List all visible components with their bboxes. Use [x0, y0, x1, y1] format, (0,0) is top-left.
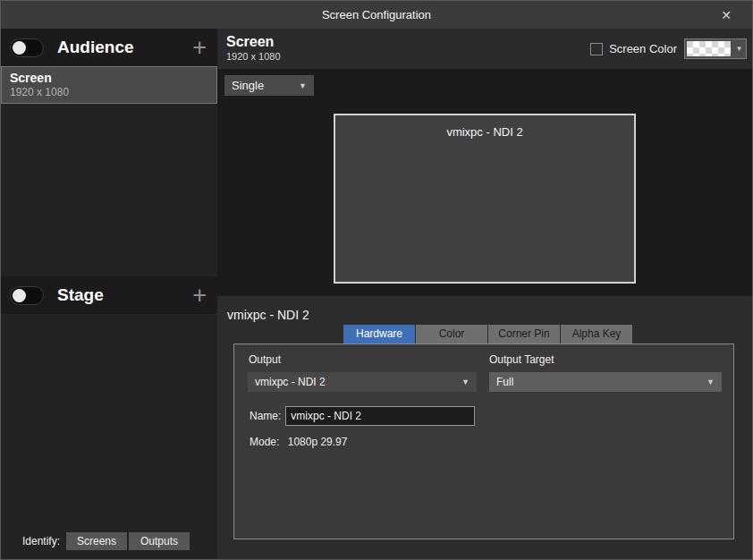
screen-preview-area: Single ▼ vmixpc - NDI 2 [217, 69, 752, 296]
screen-item-resolution: 1920 x 1080 [10, 86, 216, 99]
add-stage-screen-icon[interactable]: + [192, 284, 207, 308]
stage-section-label: Stage [57, 285, 192, 305]
titlebar: Screen Configuration ✕ [1, 1, 752, 29]
audience-toggle-knob [13, 41, 26, 55]
chevron-down-icon: ▼ [461, 378, 470, 386]
screen-item-title: Screen [10, 71, 216, 86]
output-dropdown-value: vmixpc - NDI 2 [255, 376, 456, 388]
identify-screens-button[interactable]: Screens [66, 532, 127, 550]
layout-dropdown[interactable]: Single ▼ [224, 75, 314, 96]
output-target-dropdown-value: Full [496, 376, 701, 388]
screen-color-picker[interactable]: ▼ [684, 38, 747, 59]
stage-toggle-knob [13, 289, 26, 302]
panel-title: vmixpc - NDI 2 [227, 308, 309, 322]
add-audience-screen-icon[interactable]: + [192, 36, 207, 60]
output-preview-label: vmixpc - NDI 2 [446, 125, 522, 139]
identify-label: Identify: [22, 535, 60, 547]
audience-list-empty-area [1, 104, 217, 276]
settings-tabs: Hardware Color Corner Pin Alpha Key [343, 325, 632, 344]
stage-list-empty-area [1, 314, 217, 532]
close-icon[interactable]: ✕ [713, 1, 740, 29]
mode-label: Mode: [250, 436, 279, 448]
mode-value: 1080p 29.97 [288, 436, 348, 448]
main-area: Screen 1920 x 1080 Screen Color ▼ Single… [217, 29, 752, 560]
identify-row: Identify: Screens Outputs [1, 532, 217, 550]
stage-section-header: Stage + [1, 276, 217, 314]
tab-hardware[interactable]: Hardware [343, 325, 415, 344]
audience-section-header: Audience + [1, 29, 217, 66]
tab-alpha-key[interactable]: Alpha Key [561, 325, 632, 344]
chevron-down-icon: ▼ [299, 81, 307, 90]
window-title: Screen Configuration [322, 8, 431, 21]
main-header: Screen 1920 x 1080 Screen Color ▼ [217, 29, 752, 69]
mode-row: Mode: 1080p 29.97 [250, 436, 347, 448]
output-target-label: Output Target [489, 353, 554, 366]
output-target-dropdown[interactable]: Full ▼ [489, 372, 722, 392]
tab-color[interactable]: Color [416, 325, 487, 344]
chevron-down-icon: ▼ [706, 378, 715, 386]
output-settings-panel: vmixpc - NDI 2 Hardware Color Corner Pin… [217, 296, 752, 560]
hardware-settings-group: Output vmixpc - NDI 2 ▼ Output Target Fu… [233, 344, 734, 539]
screen-color-checkbox[interactable] [590, 43, 603, 55]
name-label: Name: [250, 410, 281, 422]
sidebar-item-screen[interactable]: Screen 1920 x 1080 [1, 66, 217, 104]
sidebar: Audience + Screen 1920 x 1080 Stage + Id… [1, 29, 217, 560]
chevron-down-icon: ▼ [732, 39, 746, 58]
transparent-swatch [687, 41, 731, 56]
layout-dropdown-value: Single [232, 79, 293, 92]
screen-color-label: Screen Color [609, 42, 677, 55]
page-resolution: 1920 x 1080 [226, 51, 281, 63]
stage-toggle[interactable] [10, 286, 44, 305]
audience-toggle[interactable] [10, 38, 44, 57]
output-dropdown[interactable]: vmixpc - NDI 2 ▼ [248, 372, 477, 392]
output-label: Output [249, 353, 281, 366]
screen-configuration-dialog: Screen Configuration ✕ Audience + Screen… [0, 0, 753, 560]
identify-outputs-button[interactable]: Outputs [129, 532, 190, 550]
output-preview-box[interactable]: vmixpc - NDI 2 [334, 114, 636, 284]
page-title: Screen [226, 33, 281, 51]
audience-section-label: Audience [57, 38, 192, 57]
name-input[interactable] [285, 406, 475, 426]
tab-corner-pin[interactable]: Corner Pin [488, 325, 560, 344]
